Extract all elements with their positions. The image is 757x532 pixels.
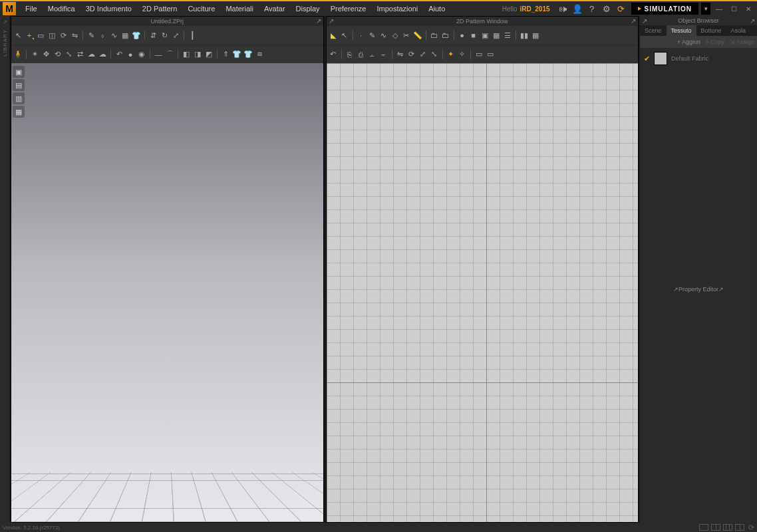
circle2d-tool-icon[interactable]: ● [457, 30, 468, 41]
avatar-tool-icon[interactable]: 🧍 [13, 49, 23, 60]
layout-4-button[interactable] [735, 524, 744, 531]
fabric-item[interactable]: ✔ Default Fabric [644, 52, 753, 65]
paste2d-tool-icon[interactable]: ⎙ [356, 49, 367, 60]
reload-icon[interactable]: ⟳ [748, 523, 754, 532]
sound-icon[interactable]: 🕪 [555, 1, 570, 16]
sync-icon[interactable]: ⟳ [614, 1, 629, 16]
menu-aiuto[interactable]: Aiuto [423, 1, 450, 16]
garment2-tool-icon[interactable]: 👕 [231, 49, 242, 60]
curve2d-tool-icon[interactable]: ∿ [378, 30, 389, 41]
fabric-check-icon[interactable]: ✔ [644, 55, 650, 63]
rect-tool-icon[interactable]: ◫ [47, 30, 57, 41]
t2-2d-tool-icon[interactable]: ▭ [485, 49, 496, 60]
square2c-tool-icon[interactable]: ▦ [491, 30, 502, 41]
folder2b-tool-icon[interactable]: 🗀 [440, 30, 451, 41]
library-strip[interactable]: ↗ LIBRARY [0, 16, 9, 523]
shape2d-tool-icon[interactable]: ◇ [390, 30, 400, 41]
layout-3-button[interactable] [723, 524, 732, 531]
2d-panel-popout-icon[interactable]: ↗ [631, 17, 636, 25]
arc-tool-icon[interactable]: ⌒ [164, 49, 175, 60]
pen2d-tool-icon[interactable]: ✎ [367, 30, 378, 41]
undo-tool-icon[interactable]: ↶ [114, 49, 124, 60]
tab-tessuto[interactable]: Tessuto [667, 25, 696, 36]
folder2d-tool-icon[interactable]: 🗀 [429, 30, 440, 41]
garment-tool-icon[interactable]: 👕 [131, 30, 142, 41]
2d-panel-popin-icon[interactable]: ↗ [329, 17, 334, 25]
layout-1-button[interactable] [699, 524, 708, 531]
menu-file[interactable]: File [20, 1, 43, 16]
3d-panel-popout-icon[interactable]: ↗ [316, 17, 321, 25]
knife2d-tool-icon[interactable]: ✂ [401, 30, 412, 41]
window-close[interactable]: ✕ [742, 3, 754, 15]
edit2d-tool-icon[interactable]: ↖ [339, 30, 350, 41]
library-expand-icon[interactable]: ↗ [1, 19, 8, 25]
menu-modifica[interactable]: Modifica [43, 1, 80, 16]
align2b-tool-icon[interactable]: ⫟ [378, 49, 389, 60]
rotate2d-tool-icon[interactable]: ⟳ [406, 49, 417, 60]
help-icon[interactable]: ? [585, 1, 599, 16]
layout-2-button[interactable] [711, 524, 720, 531]
object-browser-popout-icon[interactable]: ↗ [750, 17, 755, 25]
cloud2-tool-icon[interactable]: ☁ [97, 49, 108, 60]
tab-asola[interactable]: Asola [726, 25, 751, 36]
marquee-tool-icon[interactable]: ▭ [35, 30, 46, 41]
point2d-tool-icon[interactable]: · [356, 30, 367, 41]
t1-2d-tool-icon[interactable]: ▭ [474, 49, 484, 60]
mirror-tool-icon[interactable]: ⇋ [69, 30, 80, 41]
rotate-tool-icon[interactable]: ⟳ [58, 30, 69, 41]
snap2d-tool-icon[interactable]: ✦ [446, 49, 456, 60]
menu-materiali[interactable]: Materiali [220, 1, 259, 16]
sym-tool-icon[interactable]: ⇵ [148, 30, 158, 41]
extra1-tool-icon[interactable]: ◧ [181, 49, 192, 60]
mirror2d-tool-icon[interactable]: ⇋ [395, 49, 406, 60]
copy2d-tool-icon[interactable]: ⎘ [345, 49, 355, 60]
add-tool-icon[interactable]: + [24, 30, 35, 41]
view-front-icon[interactable]: ▣ [13, 66, 25, 78]
garment3-tool-icon[interactable]: 👕 [243, 49, 253, 60]
settings-icon[interactable]: ⚙ [599, 1, 614, 16]
translate-tool-icon[interactable]: ✥ [41, 49, 51, 60]
square2d-tool-icon[interactable]: ■ [468, 30, 479, 41]
scale2-tool-icon[interactable]: ⤡ [63, 49, 74, 60]
menu-preferenze[interactable]: Preferenze [325, 1, 372, 16]
view-top-icon[interactable]: ▦ [13, 106, 25, 118]
anchor-tool-icon[interactable]: ⬨ [97, 30, 108, 41]
measure2d-tool-icon[interactable]: 📏 [412, 30, 423, 41]
tab-bottone[interactable]: Bottone [696, 25, 726, 36]
2d-viewport[interactable] [327, 63, 639, 522]
flip-tool-icon[interactable]: ⇄ [75, 49, 85, 60]
account-icon[interactable]: 👤 [570, 1, 585, 16]
smooth-tool-icon[interactable]: ∿ [108, 30, 119, 41]
extra2-tool-icon[interactable]: ◨ [192, 49, 203, 60]
line-tool-icon[interactable]: — [153, 49, 164, 60]
menu-2d-pattern[interactable]: 2D Pattern [137, 1, 183, 16]
menu-cuciture[interactable]: Cuciture [182, 1, 220, 16]
pose-tool-icon[interactable]: ✴ [29, 49, 40, 60]
extra3-tool-icon[interactable]: ◩ [204, 49, 214, 60]
layer2d-tool-icon[interactable]: ☰ [502, 30, 513, 41]
align2d-tool-icon[interactable]: ⫠ [367, 49, 378, 60]
simulation-dropdown[interactable]: ▾ [701, 3, 710, 15]
window-minimize[interactable]: — [713, 3, 725, 15]
wind-tool-icon[interactable]: ≋ [254, 49, 265, 60]
property-editor-popin-icon[interactable]: ↗ [673, 286, 679, 293]
float-tool-icon[interactable]: ⇑ [220, 49, 231, 60]
grid-tool-icon[interactable]: ▦ [120, 30, 130, 41]
view-side-icon[interactable]: ▤ [13, 79, 25, 91]
cursor-tool-icon[interactable]: ↖ [13, 30, 23, 41]
simulation-button[interactable]: SIMULATION [631, 3, 698, 15]
sphere2-tool-icon[interactable]: ◉ [136, 49, 147, 60]
scale-tool-icon[interactable]: ⤢ [170, 30, 181, 41]
fabric-swatch[interactable] [654, 52, 667, 65]
divider-tool-icon[interactable]: ┃ [187, 30, 198, 41]
sphere-tool-icon[interactable]: ● [125, 49, 136, 60]
scale2b-tool-icon[interactable]: ⤡ [429, 49, 440, 60]
tab-scene[interactable]: Scene [640, 25, 667, 36]
scale2d-tool-icon[interactable]: ⤢ [418, 49, 428, 60]
rotate3-tool-icon[interactable]: ⟲ [52, 49, 63, 60]
view-persp-icon[interactable]: ▥ [13, 92, 25, 104]
object-browser-popin-icon[interactable]: ↗ [642, 17, 647, 25]
square2b-tool-icon[interactable]: ▣ [480, 30, 490, 41]
cloud-tool-icon[interactable]: ☁ [86, 49, 96, 60]
menu-3d-indumento[interactable]: 3D Indumento [80, 1, 137, 16]
